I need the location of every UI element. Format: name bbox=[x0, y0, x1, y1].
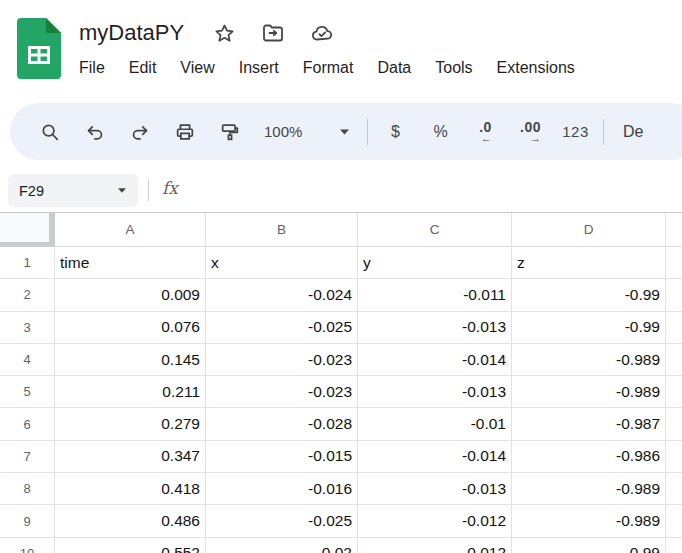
cell-c5[interactable]: -0.013 bbox=[358, 376, 512, 408]
row-header-3[interactable]: 3 bbox=[0, 312, 55, 344]
cloud-check-icon[interactable] bbox=[310, 21, 334, 45]
cell-d5[interactable]: -0.989 bbox=[512, 376, 666, 408]
cell-a2[interactable]: 0.009 bbox=[55, 279, 206, 311]
cell-c7[interactable]: -0.014 bbox=[358, 441, 512, 473]
menu-insert[interactable]: Insert bbox=[227, 55, 291, 81]
name-box[interactable]: F29 bbox=[8, 174, 138, 207]
cell-d6[interactable]: -0.987 bbox=[512, 408, 666, 440]
cell-b4[interactable]: -0.023 bbox=[206, 344, 358, 376]
row-header-5[interactable]: 5 bbox=[0, 376, 55, 408]
cell-c3[interactable]: -0.013 bbox=[358, 312, 512, 344]
decrease-decimal-button[interactable]: .0 ← bbox=[463, 113, 508, 151]
menu-file[interactable]: File bbox=[67, 55, 117, 81]
document-title[interactable]: myDataPY bbox=[79, 20, 184, 46]
cell-e9[interactable] bbox=[666, 505, 682, 537]
cell-c9[interactable]: -0.012 bbox=[358, 505, 512, 537]
cell-a1[interactable]: time bbox=[55, 247, 206, 279]
font-select[interactable]: De bbox=[623, 123, 643, 141]
menu-edit[interactable]: Edit bbox=[117, 55, 169, 81]
cell-b3[interactable]: -0.025 bbox=[206, 312, 358, 344]
cell-e6[interactable] bbox=[666, 408, 682, 440]
cell-d10[interactable]: -0.99 bbox=[512, 538, 666, 553]
cell-b1[interactable]: x bbox=[206, 247, 358, 279]
cell-e1[interactable] bbox=[666, 247, 682, 279]
cell-e7[interactable] bbox=[666, 441, 682, 473]
cell-a3[interactable]: 0.076 bbox=[55, 312, 206, 344]
cell-d8[interactable]: -0.989 bbox=[512, 473, 666, 505]
column-header-b[interactable]: B bbox=[206, 213, 358, 247]
formula-input[interactable] bbox=[190, 168, 670, 212]
cell-c4[interactable]: -0.014 bbox=[358, 344, 512, 376]
row-header-4[interactable]: 4 bbox=[0, 344, 55, 376]
menu-extensions[interactable]: Extensions bbox=[485, 55, 587, 81]
cell-c2[interactable]: -0.011 bbox=[358, 279, 512, 311]
cell-a7[interactable]: 0.347 bbox=[55, 441, 206, 473]
cell-e5[interactable] bbox=[666, 376, 682, 408]
redo-icon bbox=[129, 121, 151, 143]
cell-b9[interactable]: -0.025 bbox=[206, 505, 358, 537]
undo-button[interactable] bbox=[72, 113, 117, 151]
increase-decimal-button[interactable]: .00 → bbox=[508, 113, 553, 151]
cell-c10[interactable]: -0.012 bbox=[358, 538, 512, 553]
cell-d9[interactable]: -0.989 bbox=[512, 505, 666, 537]
cell-b6[interactable]: -0.028 bbox=[206, 408, 358, 440]
sheets-logo-icon[interactable] bbox=[17, 18, 61, 79]
column-header-d[interactable]: D bbox=[512, 213, 666, 247]
cell-c1[interactable]: y bbox=[358, 247, 512, 279]
star-icon[interactable] bbox=[212, 21, 236, 45]
row-header-1[interactable]: 1 bbox=[0, 247, 55, 279]
cell-d3[interactable]: -0.99 bbox=[512, 312, 666, 344]
cell-b5[interactable]: -0.023 bbox=[206, 376, 358, 408]
row-header-9[interactable]: 9 bbox=[0, 505, 55, 537]
search-button[interactable] bbox=[27, 113, 72, 151]
cell-b2[interactable]: -0.024 bbox=[206, 279, 358, 311]
cell-d2[interactable]: -0.99 bbox=[512, 279, 666, 311]
cell-a5[interactable]: 0.211 bbox=[55, 376, 206, 408]
paint-format-button[interactable] bbox=[207, 113, 252, 151]
cell-d4[interactable]: -0.989 bbox=[512, 344, 666, 376]
cell-a4[interactable]: 0.145 bbox=[55, 344, 206, 376]
cell-b10[interactable]: -0.02 bbox=[206, 538, 358, 553]
menu-bar: File Edit View Insert Format Data Tools … bbox=[67, 55, 587, 81]
column-header-a[interactable]: A bbox=[55, 213, 206, 247]
cell-a6[interactable]: 0.279 bbox=[55, 408, 206, 440]
redo-button[interactable] bbox=[117, 113, 162, 151]
toolbar-divider bbox=[367, 119, 368, 145]
cell-a8[interactable]: 0.418 bbox=[55, 473, 206, 505]
more-formats-button[interactable]: 123 bbox=[553, 113, 598, 151]
menu-format[interactable]: Format bbox=[291, 55, 366, 81]
cell-b8[interactable]: -0.016 bbox=[206, 473, 358, 505]
row-header-2[interactable]: 2 bbox=[0, 279, 55, 311]
cell-d1[interactable]: z bbox=[512, 247, 666, 279]
column-header-e-partial[interactable] bbox=[666, 213, 682, 247]
table-row: 10 0.552 -0.02 -0.012 -0.99 bbox=[0, 538, 682, 553]
select-all-corner[interactable] bbox=[0, 213, 55, 247]
cell-d7[interactable]: -0.986 bbox=[512, 441, 666, 473]
row-header-6[interactable]: 6 bbox=[0, 408, 55, 440]
table-row: 4 0.145 -0.023 -0.014 -0.989 bbox=[0, 344, 682, 376]
row-header-7[interactable]: 7 bbox=[0, 441, 55, 473]
column-header-c[interactable]: C bbox=[358, 213, 512, 247]
menu-tools[interactable]: Tools bbox=[423, 55, 484, 81]
currency-format-button[interactable]: $ bbox=[373, 113, 418, 151]
cell-e4[interactable] bbox=[666, 344, 682, 376]
cell-c6[interactable]: -0.01 bbox=[358, 408, 512, 440]
menu-view[interactable]: View bbox=[168, 55, 226, 81]
cell-e10[interactable] bbox=[666, 538, 682, 553]
print-button[interactable] bbox=[162, 113, 207, 151]
cell-c8[interactable]: -0.013 bbox=[358, 473, 512, 505]
move-folder-icon[interactable] bbox=[261, 21, 285, 45]
zoom-select[interactable]: 100% bbox=[252, 113, 362, 151]
cell-b7[interactable]: -0.015 bbox=[206, 441, 358, 473]
row-header-10[interactable]: 10 bbox=[0, 538, 55, 553]
menu-data[interactable]: Data bbox=[365, 55, 423, 81]
cell-e8[interactable] bbox=[666, 473, 682, 505]
print-icon bbox=[174, 121, 196, 143]
cell-e3[interactable] bbox=[666, 312, 682, 344]
cell-e2[interactable] bbox=[666, 279, 682, 311]
row-header-8[interactable]: 8 bbox=[0, 473, 55, 505]
percent-format-button[interactable]: % bbox=[418, 113, 463, 151]
cell-a10[interactable]: 0.552 bbox=[55, 538, 206, 553]
table-row: 5 0.211 -0.023 -0.013 -0.989 bbox=[0, 376, 682, 408]
cell-a9[interactable]: 0.486 bbox=[55, 505, 206, 537]
